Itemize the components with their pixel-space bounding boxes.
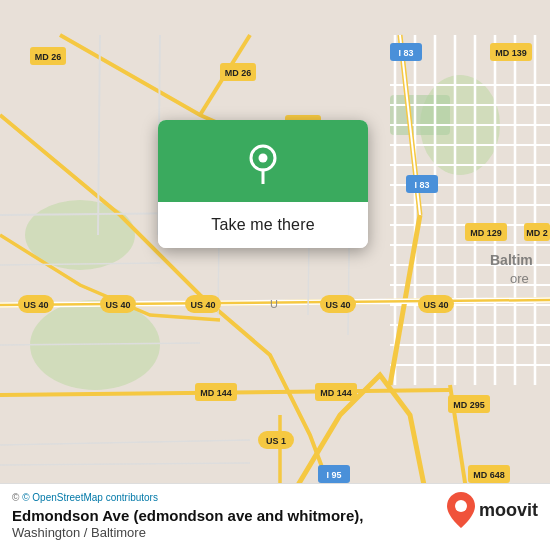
popup-green-area <box>158 120 368 202</box>
svg-point-87 <box>455 500 467 512</box>
take-me-there-button[interactable]: Take me there <box>158 202 368 248</box>
svg-text:I 83: I 83 <box>414 180 429 190</box>
svg-text:US 40: US 40 <box>325 300 350 310</box>
svg-point-86 <box>259 154 268 163</box>
moovit-logo-text: moovit <box>479 500 538 521</box>
copyright-symbol: © <box>12 492 19 503</box>
svg-text:Baltim: Baltim <box>490 252 533 268</box>
location-pin-icon <box>241 140 285 184</box>
osm-link[interactable]: © OpenStreetMap contributors <box>22 492 158 503</box>
bottom-bar: © © OpenStreetMap contributors Edmondson… <box>0 483 550 551</box>
svg-rect-4 <box>390 95 450 135</box>
map-container: MD 26 MD 26 MD 26 I 83 I 83 MD 139 MD 12… <box>0 0 550 550</box>
svg-text:U: U <box>270 298 278 310</box>
svg-text:US 40: US 40 <box>190 300 215 310</box>
popup-card: Take me there <box>158 120 368 248</box>
moovit-pin-icon <box>447 492 475 528</box>
svg-text:MD 26: MD 26 <box>35 52 62 62</box>
svg-text:MD 139: MD 139 <box>495 48 527 58</box>
moovit-logo: moovit <box>447 492 538 528</box>
svg-text:ore: ore <box>510 271 529 286</box>
svg-text:MD 2: MD 2 <box>526 228 548 238</box>
svg-text:US 40: US 40 <box>423 300 448 310</box>
svg-text:MD 129: MD 129 <box>470 228 502 238</box>
svg-text:MD 648: MD 648 <box>473 470 505 480</box>
svg-text:I 95: I 95 <box>326 470 341 480</box>
svg-text:MD 26: MD 26 <box>225 68 252 78</box>
svg-text:US 1: US 1 <box>266 436 286 446</box>
svg-text:US 40: US 40 <box>105 300 130 310</box>
map-svg: MD 26 MD 26 MD 26 I 83 I 83 MD 139 MD 12… <box>0 0 550 550</box>
location-subtitle: Washington / Baltimore <box>12 525 363 540</box>
svg-text:I 83: I 83 <box>398 48 413 58</box>
svg-text:MD 144: MD 144 <box>320 388 352 398</box>
location-title: Edmondson Ave (edmondson ave and whitmor… <box>12 506 363 526</box>
svg-text:MD 144: MD 144 <box>200 388 232 398</box>
svg-text:US 40: US 40 <box>23 300 48 310</box>
svg-text:MD 295: MD 295 <box>453 400 485 410</box>
